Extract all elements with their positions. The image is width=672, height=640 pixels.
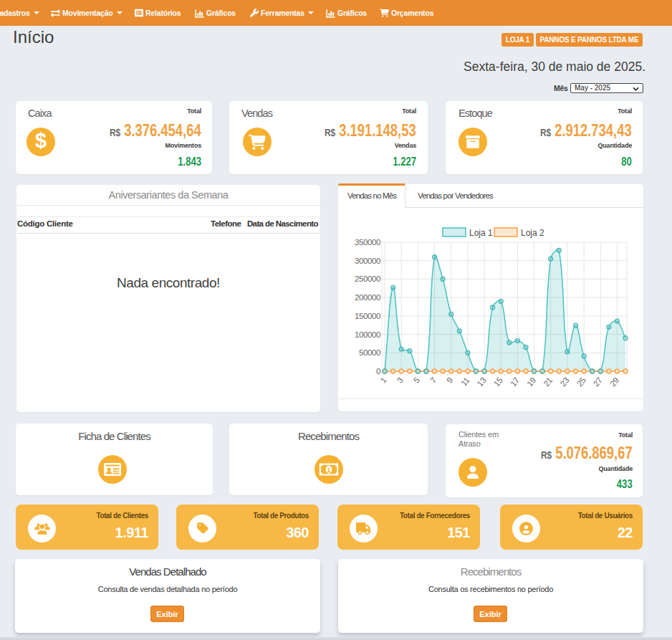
svg-text:150000: 150000 <box>355 312 380 320</box>
svg-text:1: 1 <box>378 376 388 385</box>
svg-text:300000: 300000 <box>355 257 380 265</box>
svg-text:15: 15 <box>492 376 504 388</box>
svg-text:25: 25 <box>575 376 587 388</box>
svg-text:3: 3 <box>395 376 405 385</box>
svg-text:250000: 250000 <box>355 274 380 283</box>
svg-text:23: 23 <box>559 376 571 388</box>
svg-text:19: 19 <box>525 376 537 388</box>
svg-text:9: 9 <box>445 376 454 385</box>
svg-text:200000: 200000 <box>355 293 380 302</box>
svg-text:Loja 1: Loja 1 <box>469 228 493 238</box>
svg-text:50000: 50000 <box>359 348 380 357</box>
svg-text:7: 7 <box>428 376 438 385</box>
svg-text:Loja 2: Loja 2 <box>521 228 544 238</box>
svg-text:100000: 100000 <box>355 330 380 339</box>
svg-text:21: 21 <box>542 376 554 388</box>
svg-text:27: 27 <box>592 376 604 388</box>
svg-text:0: 0 <box>376 367 380 376</box>
svg-text:5: 5 <box>412 376 421 385</box>
svg-text:350000: 350000 <box>355 238 380 247</box>
svg-text:29: 29 <box>608 376 620 388</box>
svg-text:13: 13 <box>476 376 488 388</box>
svg-text:11: 11 <box>459 376 471 388</box>
svg-text:1: 1 <box>327 466 331 474</box>
svg-text:17: 17 <box>509 376 521 388</box>
